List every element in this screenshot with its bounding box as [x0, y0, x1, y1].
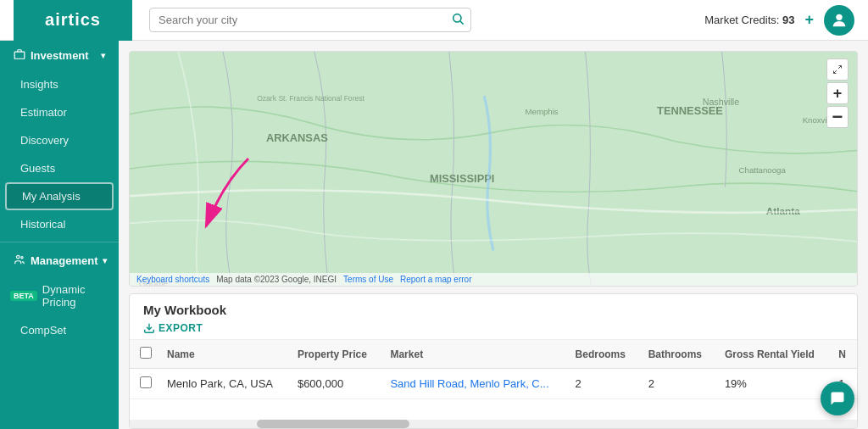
header-right: Market Credits: 93 + — [704, 5, 854, 36]
map-footer: Keyboard shortcuts Map data ©2023 Google… — [130, 273, 857, 286]
row-market[interactable]: Sand Hill Road, Menlo Park, C... — [380, 369, 565, 399]
export-icon — [143, 322, 155, 334]
map-zoom-out-button[interactable]: − — [826, 106, 849, 128]
management-icon — [14, 254, 25, 268]
add-credits-button[interactable]: + — [801, 11, 817, 29]
terms-link[interactable]: Terms of Use — [343, 275, 393, 284]
map-zoom-controls: + − — [826, 82, 849, 128]
beta-badge: BETA — [10, 291, 37, 301]
select-all-checkbox[interactable] — [140, 347, 152, 359]
svg-line-19 — [834, 70, 837, 74]
sidebar-collapse-button[interactable]: ‹ — [115, 83, 119, 103]
workbook-section: My Workbook EXPORT — [129, 293, 858, 429]
col-header-n: N — [828, 340, 857, 369]
map-container[interactable]: ARKANSAS MISSISSIPPI TENNESSEE Atlanta N… — [129, 51, 858, 287]
col-header-bathrooms: Bathrooms — [638, 340, 715, 369]
svg-point-2 — [836, 14, 842, 20]
sidebar-item-compset[interactable]: CompSet — [0, 316, 119, 344]
sidebar-item-historical[interactable]: Historical — [0, 210, 119, 238]
sidebar-item-dynamic-pricing[interactable]: BETA Dynamic Pricing — [0, 276, 119, 316]
sidebar-item-estimator[interactable]: Estimator — [0, 98, 119, 126]
sidebar-item-guests[interactable]: Guests — [0, 154, 119, 182]
svg-point-5 — [21, 257, 23, 259]
sidebar-item-management-label: Management — [31, 254, 97, 267]
sidebar-item-estimator-label: Estimator — [20, 106, 67, 119]
report-link[interactable]: Report a map error — [400, 275, 471, 284]
sidebar-item-my-analysis-label: My Analysis — [22, 190, 81, 203]
svg-line-1 — [460, 21, 464, 25]
col-header-market: Market — [380, 340, 565, 369]
col-header-bedrooms: Bedrooms — [565, 340, 638, 369]
map-zoom-in-button[interactable]: + — [826, 82, 849, 104]
workbook-header: My Workbook EXPORT — [130, 294, 857, 340]
chat-bubble-button[interactable] — [821, 382, 854, 415]
col-header-name: Name — [157, 340, 287, 369]
row-checkbox[interactable] — [140, 376, 152, 388]
search-button[interactable] — [451, 12, 465, 29]
sidebar: ‹ Investment ▾ Insights Estimator Discov… — [0, 41, 119, 429]
table-row: Menlo Park, CA, USA $600,000 Sand Hill R… — [130, 369, 857, 399]
investment-icon — [14, 48, 25, 63]
row-bathrooms: 2 — [638, 369, 715, 399]
market-credits-label: Market Credits: 93 — [704, 14, 794, 26]
row-bedrooms: 2 — [565, 369, 638, 399]
sidebar-item-compset-label: CompSet — [20, 324, 66, 337]
table-header-row: Name Property Price Market Bedrooms Bath… — [130, 340, 857, 369]
sidebar-item-insights-label: Insights — [20, 78, 58, 91]
logo: airtics — [14, 0, 132, 41]
row-name: Menlo Park, CA, USA — [157, 369, 287, 399]
market-credits-value: 93 — [782, 14, 794, 26]
svg-text:Ozark St. Francis National For: Ozark St. Francis National Forest — [257, 94, 364, 103]
workbook-table: Name Property Price Market Bedrooms Bath… — [130, 340, 857, 399]
svg-rect-3 — [14, 52, 25, 58]
map-fullscreen-button[interactable] — [826, 58, 849, 81]
dropdown-icon: ▾ — [101, 51, 105, 60]
dropdown-icon-management: ▾ — [103, 256, 107, 265]
svg-text:Memphis: Memphis — [526, 107, 559, 116]
sidebar-item-discovery-label: Discovery — [20, 134, 69, 147]
svg-text:Atlanta: Atlanta — [766, 205, 800, 216]
table-scrollbar[interactable] — [130, 420, 857, 428]
sidebar-item-my-analysis[interactable]: My Analysis — [5, 182, 114, 210]
sidebar-item-dynamic-pricing-label: Dynamic Pricing — [42, 283, 105, 309]
export-label: EXPORT — [159, 322, 203, 334]
workbook-title: My Workbook — [143, 303, 843, 317]
table-header-checkbox — [130, 340, 157, 369]
content-area: ARKANSAS MISSISSIPPI TENNESSEE Atlanta N… — [119, 41, 868, 429]
avatar[interactable] — [824, 5, 854, 36]
map-data-text: Map data ©2023 Google, INEGI — [216, 275, 337, 284]
col-header-price: Property Price — [287, 340, 381, 369]
sidebar-item-discovery[interactable]: Discovery — [0, 126, 119, 154]
row-price: $600,000 — [287, 369, 381, 399]
sidebar-divider — [0, 242, 119, 242]
keyboard-shortcuts-link[interactable]: Keyboard shortcuts — [136, 275, 209, 284]
svg-text:Nashville: Nashville — [703, 97, 740, 107]
sidebar-item-guests-label: Guests — [20, 162, 55, 175]
map-background: ARKANSAS MISSISSIPPI TENNESSEE Atlanta N… — [130, 52, 857, 286]
search-bar — [149, 8, 471, 32]
sidebar-item-historical-label: Historical — [20, 218, 65, 231]
sidebar-item-investment[interactable]: Investment ▾ — [0, 41, 119, 70]
svg-text:ARKANSAS: ARKANSAS — [266, 131, 328, 144]
svg-line-18 — [838, 66, 842, 70]
sidebar-item-management[interactable]: Management ▾ — [0, 246, 119, 276]
logo-text: airtics — [45, 10, 101, 30]
svg-text:Chattanooga: Chattanooga — [739, 165, 787, 175]
svg-point-0 — [453, 14, 461, 21]
main-layout: ‹ Investment ▾ Insights Estimator Discov… — [0, 41, 868, 429]
col-header-yield: Gross Rental Yield — [715, 340, 828, 369]
search-input[interactable] — [149, 8, 471, 32]
svg-point-4 — [17, 255, 20, 259]
chat-icon — [829, 390, 846, 407]
row-checkbox-cell — [130, 369, 157, 399]
row-yield: 19% — [715, 369, 828, 399]
sidebar-item-insights[interactable]: Insights — [0, 70, 119, 98]
svg-text:MISSISSIPPI: MISSISSIPPI — [430, 172, 494, 185]
sidebar-item-investment-label: Investment — [31, 49, 89, 62]
export-button[interactable]: EXPORT — [143, 322, 203, 334]
table-container: Name Property Price Market Bedrooms Bath… — [130, 340, 857, 420]
app-header: airtics Market Credits: 93 + — [0, 0, 868, 41]
